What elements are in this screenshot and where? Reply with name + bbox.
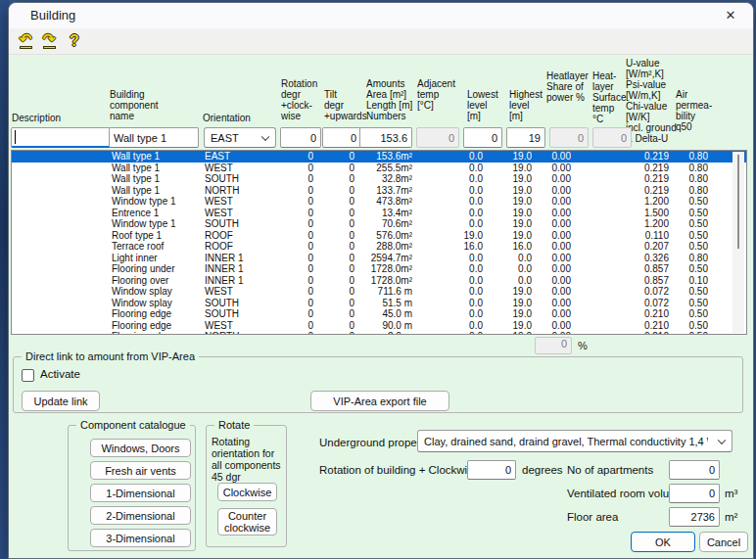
table-cell: 0	[313, 163, 354, 174]
table-row[interactable]: Flooring edgeNORTH002.0 m0.019.00.000.21…	[12, 331, 746, 335]
clockwise-button[interactable]: Clockwise	[217, 483, 277, 501]
table-cell: 0.50	[669, 230, 708, 242]
table-cell: 0	[276, 208, 313, 219]
table-cell: 0.219	[571, 151, 669, 163]
table-cell	[412, 320, 448, 332]
table-cell: 0.00	[532, 286, 571, 298]
table-cell	[412, 286, 448, 298]
scrollbar-thumb[interactable]	[737, 155, 739, 249]
table-cell: 1728.0m²	[354, 275, 412, 287]
activate-checkbox[interactable]	[22, 369, 34, 382]
lowest-level-input[interactable]	[463, 127, 502, 148]
table-cell: 0.0	[483, 263, 532, 275]
table-cell: 0.00	[532, 241, 571, 253]
table-cell: Roof type 1	[102, 230, 198, 242]
rotate-right-icon[interactable]: ↷	[40, 32, 58, 50]
highest-level-input[interactable]	[506, 127, 545, 148]
table-cell: 0.0	[448, 331, 483, 335]
table-cell: 0.80	[669, 163, 708, 174]
orientation-select[interactable]: EAST	[204, 127, 276, 148]
table-cell: Window type 1	[102, 218, 198, 230]
col-header-rotation: Rotation degr +clock- wise	[281, 78, 317, 121]
share-percent-field: 0	[535, 337, 572, 354]
table-cell: 0.0	[448, 185, 483, 197]
table-cell: 0.0	[448, 163, 483, 174]
table-row[interactable]: Window type 1SOUTH0070.6m²0.019.00.001.2…	[12, 218, 746, 230]
table-cell	[412, 308, 448, 320]
table-cell: 0	[313, 173, 354, 185]
room-volume-input[interactable]	[669, 484, 720, 503]
table-cell: 0.00	[532, 308, 571, 320]
cancel-button[interactable]: Cancel	[699, 532, 748, 552]
three-dimensional-button[interactable]: 3-Dimensional	[90, 529, 191, 547]
scrollbar[interactable]	[732, 152, 744, 333]
table-row[interactable]: Wall type 1NORTH00133.7m²0.019.00.000.21…	[12, 185, 746, 197]
building-rotation-input[interactable]	[467, 460, 516, 480]
table-row[interactable]: Window splaySOUTH0051.5 m0.019.00.000.07…	[12, 298, 746, 309]
vip-area-export-button[interactable]: VIP-Area export file	[310, 391, 449, 411]
table-row[interactable]: Entrence 1WEST0013.4m²0.019.00.001.5000.…	[12, 208, 746, 219]
component-name-input[interactable]	[109, 127, 199, 148]
table-cell: 0.00	[532, 196, 571, 208]
tilt-input[interactable]	[322, 127, 361, 148]
table-cell: 0.10	[669, 275, 708, 287]
table-row[interactable]: Wall type 1WEST00255.5m²0.019.00.000.219…	[12, 163, 746, 174]
table-row[interactable]: Light innerINNER 1002594.7m²0.00.00.000.…	[12, 253, 746, 264]
table-cell: ROOF	[198, 230, 276, 242]
component-list[interactable]: Wall type 1EAST00153.6m²0.019.00.000.219…	[11, 150, 747, 335]
table-cell: 0.00	[532, 298, 571, 309]
building-rotation-label: Rotation of building + Clockwise	[319, 464, 479, 476]
table-cell: 0.0	[448, 286, 483, 298]
table-cell: 0	[313, 230, 354, 242]
table-cell: 19.0	[483, 163, 532, 174]
table-row[interactable]: Flooring underINNER 1001728.0m²0.00.00.0…	[12, 263, 746, 275]
table-row[interactable]: Flooring overINNER 1001728.0m²0.00.00.00…	[12, 275, 746, 287]
col-header-description: Description	[12, 113, 61, 123]
table-cell	[12, 286, 102, 298]
table-row[interactable]: Window type 1WEST00473.8m²0.019.00.001.2…	[12, 196, 746, 208]
table-row[interactable]: Flooring edgeWEST0090.0 m0.019.00.000.21…	[12, 320, 746, 332]
windows-doors-button[interactable]: Windows, Doors	[90, 439, 191, 457]
table-cell: 0	[276, 263, 313, 275]
amount-input[interactable]	[359, 127, 412, 148]
two-dimensional-button[interactable]: 2-Dimensional	[90, 506, 191, 525]
table-row[interactable]: Wall type 1EAST00153.6m²0.019.00.000.219…	[12, 151, 746, 163]
help-icon[interactable]: ?	[66, 32, 83, 50]
floor-area-input[interactable]	[669, 507, 720, 527]
table-cell	[412, 173, 448, 185]
table-cell: 0.210	[571, 331, 669, 335]
table-cell: Entrence 1	[102, 208, 198, 219]
ok-button[interactable]: OK	[631, 532, 695, 552]
counter-clockwise-button[interactable]: Counter clockwise	[217, 508, 277, 536]
table-row[interactable]: Window splayWEST00711.6 m0.019.00.000.07…	[12, 286, 746, 298]
table-cell: 0.072	[571, 298, 669, 309]
table-cell: EAST	[198, 151, 276, 163]
update-link-button[interactable]: Update link	[22, 391, 100, 411]
table-cell	[12, 173, 102, 185]
table-cell: 0	[313, 331, 354, 335]
toolbar: ↶ ↷ ?	[9, 28, 753, 55]
table-cell	[412, 230, 448, 242]
table-row[interactable]: Roof type 1ROOF00576.0m²19.019.00.000.11…	[12, 230, 746, 242]
table-cell: WEST	[198, 208, 276, 219]
table-cell: 0.00	[532, 331, 571, 335]
col-header-highest-level: Highest level [m]	[509, 89, 543, 121]
description-input[interactable]	[11, 127, 111, 148]
table-cell: 0.210	[571, 308, 669, 320]
table-cell: 711.6 m	[354, 286, 412, 298]
table-row[interactable]: Flooring edgeSOUTH0045.0 m0.019.00.000.2…	[12, 308, 746, 320]
table-cell	[12, 275, 102, 287]
table-row[interactable]: Terrace roofROOF00288.0m²16.016.00.000.2…	[12, 241, 746, 253]
fresh-air-vents-button[interactable]: Fresh air vents	[90, 461, 191, 480]
apartments-input[interactable]	[669, 460, 720, 480]
table-cell: 0.110	[571, 230, 669, 242]
rotate-left-icon[interactable]: ↶	[17, 32, 34, 50]
one-dimensional-button[interactable]: 1-Dimensional	[90, 484, 191, 502]
underground-properties-select[interactable]: Clay, drained sand, draind gravel, Therm…	[417, 430, 732, 452]
table-cell: 0.50	[669, 298, 708, 309]
table-row[interactable]: Wall type 1SOUTH0032.8m²0.019.00.000.219…	[12, 173, 746, 185]
table-cell: 576.0m²	[354, 230, 412, 242]
table-cell: 0.50	[669, 263, 708, 275]
rotation-input[interactable]	[280, 127, 321, 148]
close-icon[interactable]: ✕	[722, 7, 739, 24]
